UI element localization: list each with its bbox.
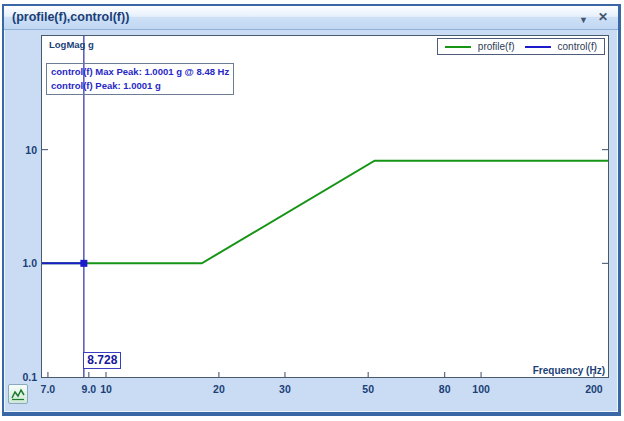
x-tick-label: 10 (100, 383, 112, 395)
profile-trace (42, 161, 608, 264)
x-tick-label: 50 (362, 383, 374, 395)
x-tick-label: 100 (472, 383, 490, 395)
waveform-icon (9, 385, 27, 403)
plot-legend: profile(f)control(f) (437, 38, 605, 55)
screenshot-root: (profile(f),control(f)) ▼ ✕ LogMag g Fre… (0, 0, 624, 421)
x-tick-label: 7.0 (41, 383, 56, 395)
legend-label: profile(f) (478, 41, 515, 52)
window-title: (profile(f),control(f)) (12, 10, 129, 24)
legend-swatch (525, 46, 551, 48)
legend-item-controlf: control(f) (525, 41, 597, 52)
chart-type-button[interactable] (8, 384, 28, 404)
annotation-line-2: control(f) Peak: 1.0001 g (51, 79, 229, 93)
x-tick-label: 200 (585, 383, 603, 395)
window-titlebar[interactable]: (profile(f),control(f)) ▼ ✕ (4, 6, 618, 30)
legend-item-profilef: profile(f) (445, 41, 515, 52)
y-tick-label: 1.0 (4, 256, 37, 270)
x-tick-label: 30 (279, 383, 291, 395)
y-tick-label: 0.1 (4, 370, 37, 384)
cursor-marker[interactable] (80, 260, 87, 267)
cursor-frequency-readout: 8.728 (83, 352, 121, 369)
close-icon[interactable]: ✕ (598, 10, 608, 24)
annotation-line-1: control(f) Max Peak: 1.0001 g @ 8.48 Hz (51, 65, 229, 79)
x-axis-title: Frequency (Hz) (533, 365, 605, 376)
legend-label: control(f) (558, 41, 597, 52)
y-axis-title: LogMag g (49, 39, 94, 50)
peak-annotation-box: control(f) Max Peak: 1.0001 g @ 8.48 Hz … (46, 63, 234, 95)
x-tick-label: 80 (439, 383, 451, 395)
x-tick-label: 9.0 (82, 383, 97, 395)
chevron-down-icon[interactable]: ▼ (579, 13, 588, 27)
chart-window: (profile(f),control(f)) ▼ ✕ LogMag g Fre… (2, 4, 621, 416)
y-tick-label: 10 (4, 143, 37, 157)
x-tick-label: 20 (213, 383, 225, 395)
plot-area[interactable]: LogMag g Frequency (Hz) profile(f)contro… (41, 35, 609, 378)
legend-swatch (445, 46, 471, 48)
